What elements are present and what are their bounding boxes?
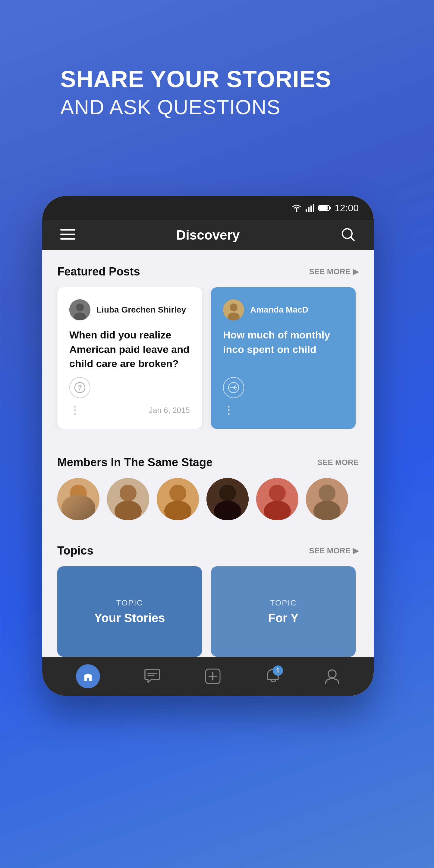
svg-rect-4 — [313, 204, 314, 212]
members-title: Members In The Same Stage — [57, 456, 213, 469]
topics-cards: TOPIC Your Stories TOPIC For Y — [42, 566, 374, 657]
topics-header: Topics SEE MORE ▶ — [42, 544, 374, 566]
svg-rect-7 — [330, 207, 331, 209]
nav-item-home[interactable] — [76, 664, 100, 688]
nav-item-create[interactable] — [204, 668, 221, 685]
hero-section: SHARE YOUR STORIES AND ASK QUESTIONS — [60, 66, 331, 119]
featured-posts-header: Featured Posts SEE MORE ▶ — [42, 265, 374, 287]
post-card-2-icon — [223, 377, 244, 398]
member-avatar-6[interactable] — [306, 478, 348, 520]
chat-icon — [144, 669, 161, 684]
member-avatar-1[interactable] — [57, 478, 99, 520]
svg-rect-3 — [310, 206, 312, 212]
topic-card-2-name: For Y — [268, 611, 299, 625]
nav-item-notifications[interactable]: 1 — [265, 668, 281, 685]
topic-card-2[interactable]: TOPIC For Y — [211, 566, 355, 657]
battery-icon — [318, 205, 331, 211]
post-card-2-more[interactable]: ⋮ — [223, 404, 234, 417]
svg-point-29 — [120, 485, 136, 501]
member-avatar-3[interactable] — [157, 478, 199, 520]
post-card-2-footer: ⋮ — [223, 404, 344, 417]
svg-point-48 — [328, 670, 336, 678]
post-card-1-avatar — [69, 299, 90, 320]
plus-icon — [204, 668, 221, 685]
hero-title: SHARE YOUR STORIES — [60, 66, 331, 92]
status-time: 12:00 — [335, 203, 359, 214]
topic-card-1-label: TOPIC — [116, 598, 143, 608]
status-bar: 12:00 — [42, 196, 374, 220]
topics-see-more[interactable]: SEE MORE ▶ — [309, 546, 359, 555]
svg-point-26 — [70, 485, 87, 501]
featured-posts-container: Liuba Grechen Shirley When did you reali… — [42, 287, 374, 429]
svg-text:?: ? — [78, 384, 82, 391]
members-section: Members In The Same Stage SEE MORE — [42, 447, 374, 535]
profile-icon — [324, 668, 340, 685]
post-card-1-footer: ⋮ Jan 6, 2015 — [69, 404, 190, 417]
post-card-1-question: When did you realize American paid leave… — [69, 328, 190, 371]
svg-rect-10 — [60, 238, 75, 240]
featured-posts-see-more[interactable]: SEE MORE ▶ — [309, 267, 359, 276]
hero-subtitle: AND ASK QUESTIONS — [60, 95, 331, 119]
wifi-icon — [291, 204, 302, 212]
svg-rect-1 — [306, 209, 307, 212]
nav-title: Discovery — [176, 227, 240, 243]
topic-card-1[interactable]: TOPIC Your Stories — [57, 566, 202, 657]
topics-section: Topics SEE MORE ▶ TOPIC Your Stories TOP… — [42, 535, 374, 657]
post-card-1-header: Liuba Grechen Shirley — [69, 299, 190, 320]
members-avatars — [42, 478, 374, 520]
svg-point-38 — [269, 485, 286, 501]
topic-card-2-label: TOPIC — [270, 598, 297, 608]
member-avatar-4[interactable] — [207, 478, 249, 520]
bottom-nav: 1 — [42, 657, 374, 696]
nav-item-profile[interactable] — [324, 668, 340, 685]
svg-point-27 — [65, 501, 92, 520]
signal-icon — [306, 204, 315, 212]
post-card-1-author: Liuba Grechen Shirley — [96, 305, 186, 315]
post-card-1-icon: ? — [69, 377, 90, 398]
nav-bar: Discovery — [42, 220, 374, 250]
topics-title: Topics — [57, 544, 93, 557]
svg-rect-2 — [308, 207, 310, 212]
svg-rect-9 — [60, 234, 75, 235]
phone-frame: 12:00 Discovery Featured Posts SEE MORE … — [42, 196, 374, 696]
svg-point-25 — [57, 478, 99, 520]
post-card-2-header: Amanda MacD — [223, 299, 344, 320]
member-avatar-5[interactable] — [256, 478, 299, 520]
hamburger-button[interactable] — [60, 229, 75, 241]
svg-point-41 — [318, 485, 336, 501]
svg-line-12 — [351, 237, 354, 241]
svg-point-0 — [296, 211, 297, 213]
post-card-1-more[interactable]: ⋮ — [69, 404, 80, 417]
svg-point-14 — [76, 304, 84, 311]
members-see-more[interactable]: SEE MORE — [317, 458, 359, 467]
home-logo-icon — [76, 664, 100, 688]
post-card-1-date: Jan 6, 2015 — [149, 406, 190, 415]
svg-rect-6 — [319, 206, 328, 210]
notification-badge: 1 — [273, 665, 283, 676]
post-card-2[interactable]: Amanda MacD How much of monthly inco spe… — [211, 287, 355, 429]
topic-card-1-name: Your Stories — [94, 611, 165, 625]
post-card-1[interactable]: Liuba Grechen Shirley When did you reali… — [57, 287, 202, 429]
status-icons: 12:00 — [291, 203, 359, 214]
post-card-2-author: Amanda MacD — [250, 305, 308, 315]
svg-rect-8 — [60, 229, 75, 230]
nav-item-chat[interactable] — [144, 669, 161, 684]
svg-point-19 — [230, 304, 238, 311]
content-area: Featured Posts SEE MORE ▶ Liub — [42, 250, 374, 657]
svg-point-35 — [219, 485, 236, 501]
member-avatar-2[interactable] — [107, 478, 149, 520]
featured-posts-title: Featured Posts — [57, 265, 140, 278]
post-card-2-avatar — [223, 299, 244, 320]
svg-point-11 — [342, 229, 352, 239]
post-card-2-question: How much of monthly inco spent on child — [223, 328, 344, 356]
svg-point-32 — [169, 485, 186, 501]
members-header: Members In The Same Stage SEE MORE — [42, 456, 374, 478]
search-button[interactable] — [341, 227, 355, 243]
